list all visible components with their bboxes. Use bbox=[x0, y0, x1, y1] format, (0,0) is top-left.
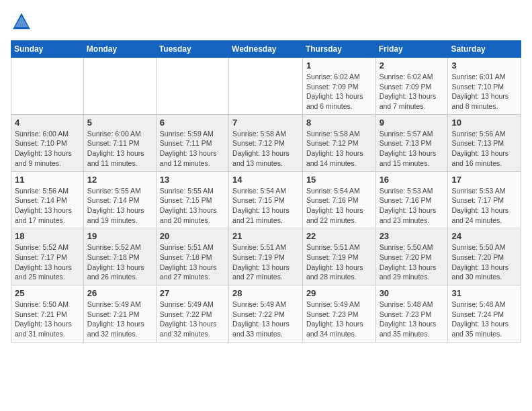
calendar-week-row: 4Sunrise: 6:00 AM Sunset: 7:10 PM Daylig… bbox=[11, 114, 521, 171]
calendar-cell: 28Sunrise: 5:49 AM Sunset: 7:22 PM Dayli… bbox=[229, 285, 303, 342]
calendar-cell bbox=[229, 58, 303, 115]
header-row: SundayMondayTuesdayWednesdayThursdayFrid… bbox=[11, 41, 521, 58]
calendar-cell: 1Sunrise: 6:02 AM Sunset: 7:09 PM Daylig… bbox=[302, 58, 375, 115]
day-of-week-header: Monday bbox=[83, 41, 156, 58]
day-number: 2 bbox=[380, 60, 445, 71]
calendar-cell: 29Sunrise: 5:49 AM Sunset: 7:23 PM Dayli… bbox=[302, 285, 375, 342]
day-info: Sunrise: 5:54 AM Sunset: 7:16 PM Dayligh… bbox=[306, 186, 372, 226]
day-info: Sunrise: 5:56 AM Sunset: 7:14 PM Dayligh… bbox=[15, 186, 80, 226]
day-info: Sunrise: 5:51 AM Sunset: 7:19 PM Dayligh… bbox=[306, 242, 372, 282]
day-info: Sunrise: 5:55 AM Sunset: 7:15 PM Dayligh… bbox=[160, 186, 225, 226]
calendar-cell: 2Sunrise: 6:02 AM Sunset: 7:09 PM Daylig… bbox=[375, 58, 448, 115]
day-info: Sunrise: 5:57 AM Sunset: 7:13 PM Dayligh… bbox=[380, 129, 445, 169]
calendar-cell: 23Sunrise: 5:50 AM Sunset: 7:20 PM Dayli… bbox=[375, 228, 448, 285]
day-number: 28 bbox=[232, 288, 299, 298]
day-of-week-header: Saturday bbox=[448, 41, 521, 58]
day-info: Sunrise: 6:00 AM Sunset: 7:11 PM Dayligh… bbox=[87, 129, 152, 169]
day-number: 18 bbox=[15, 231, 80, 241]
calendar-week-row: 1Sunrise: 6:02 AM Sunset: 7:09 PM Daylig… bbox=[11, 58, 521, 115]
calendar-cell: 20Sunrise: 5:51 AM Sunset: 7:18 PM Dayli… bbox=[156, 228, 228, 285]
calendar-cell: 7Sunrise: 5:58 AM Sunset: 7:12 PM Daylig… bbox=[229, 114, 303, 171]
day-info: Sunrise: 6:01 AM Sunset: 7:10 PM Dayligh… bbox=[451, 72, 517, 111]
day-number: 25 bbox=[15, 288, 80, 298]
calendar-cell: 11Sunrise: 5:56 AM Sunset: 7:14 PM Dayli… bbox=[11, 171, 84, 228]
calendar-cell: 9Sunrise: 5:57 AM Sunset: 7:13 PM Daylig… bbox=[375, 114, 448, 171]
day-info: Sunrise: 5:50 AM Sunset: 7:20 PM Dayligh… bbox=[380, 242, 445, 282]
day-number: 30 bbox=[380, 288, 445, 298]
day-number: 16 bbox=[380, 175, 445, 185]
day-number: 31 bbox=[451, 288, 517, 298]
calendar-cell: 30Sunrise: 5:48 AM Sunset: 7:23 PM Dayli… bbox=[375, 285, 448, 342]
calendar-table: SundayMondayTuesdayWednesdayThursdayFrid… bbox=[11, 40, 521, 342]
calendar-cell: 22Sunrise: 5:51 AM Sunset: 7:19 PM Dayli… bbox=[302, 228, 375, 285]
calendar-cell: 5Sunrise: 6:00 AM Sunset: 7:11 PM Daylig… bbox=[83, 114, 156, 171]
day-info: Sunrise: 6:02 AM Sunset: 7:09 PM Dayligh… bbox=[306, 72, 372, 111]
day-of-week-header: Sunday bbox=[11, 41, 84, 58]
day-of-week-header: Thursday bbox=[302, 41, 375, 58]
day-number: 3 bbox=[451, 60, 517, 71]
day-number: 19 bbox=[87, 231, 152, 241]
day-number: 21 bbox=[232, 231, 299, 241]
calendar-cell: 12Sunrise: 5:55 AM Sunset: 7:14 PM Dayli… bbox=[83, 171, 156, 228]
day-info: Sunrise: 5:56 AM Sunset: 7:13 PM Dayligh… bbox=[451, 129, 517, 169]
day-number: 4 bbox=[15, 118, 80, 128]
day-number: 23 bbox=[380, 231, 445, 241]
day-number: 8 bbox=[306, 118, 372, 128]
calendar-cell bbox=[83, 58, 156, 115]
day-info: Sunrise: 5:49 AM Sunset: 7:22 PM Dayligh… bbox=[160, 300, 225, 339]
day-number: 12 bbox=[87, 175, 152, 185]
day-number: 26 bbox=[87, 288, 152, 298]
calendar-cell: 24Sunrise: 5:50 AM Sunset: 7:20 PM Dayli… bbox=[448, 228, 521, 285]
day-info: Sunrise: 5:58 AM Sunset: 7:12 PM Dayligh… bbox=[306, 129, 372, 169]
calendar-cell: 27Sunrise: 5:49 AM Sunset: 7:22 PM Dayli… bbox=[156, 285, 228, 342]
day-info: Sunrise: 5:53 AM Sunset: 7:16 PM Dayligh… bbox=[380, 186, 445, 226]
day-info: Sunrise: 5:55 AM Sunset: 7:14 PM Dayligh… bbox=[87, 186, 152, 226]
day-info: Sunrise: 5:51 AM Sunset: 7:19 PM Dayligh… bbox=[232, 242, 299, 282]
calendar-cell: 25Sunrise: 5:50 AM Sunset: 7:21 PM Dayli… bbox=[11, 285, 84, 342]
logo bbox=[11, 11, 35, 32]
calendar-cell bbox=[11, 58, 84, 115]
day-number: 24 bbox=[451, 231, 517, 241]
day-number: 14 bbox=[232, 175, 299, 185]
calendar-cell: 6Sunrise: 5:59 AM Sunset: 7:11 PM Daylig… bbox=[156, 114, 228, 171]
day-info: Sunrise: 5:59 AM Sunset: 7:11 PM Dayligh… bbox=[160, 129, 225, 169]
calendar-cell: 31Sunrise: 5:48 AM Sunset: 7:24 PM Dayli… bbox=[448, 285, 521, 342]
day-number: 15 bbox=[306, 175, 372, 185]
day-number: 22 bbox=[306, 231, 372, 241]
day-number: 20 bbox=[160, 231, 225, 241]
day-number: 5 bbox=[87, 118, 152, 128]
calendar-cell bbox=[156, 58, 228, 115]
day-number: 13 bbox=[160, 175, 225, 185]
calendar-cell: 16Sunrise: 5:53 AM Sunset: 7:16 PM Dayli… bbox=[375, 171, 448, 228]
day-number: 29 bbox=[306, 288, 372, 298]
day-number: 10 bbox=[451, 118, 517, 128]
day-number: 7 bbox=[232, 118, 299, 128]
calendar-cell: 26Sunrise: 5:49 AM Sunset: 7:21 PM Dayli… bbox=[83, 285, 156, 342]
day-of-week-header: Wednesday bbox=[229, 41, 303, 58]
day-number: 9 bbox=[380, 118, 445, 128]
day-info: Sunrise: 5:49 AM Sunset: 7:23 PM Dayligh… bbox=[306, 300, 372, 339]
day-number: 1 bbox=[306, 60, 372, 71]
day-info: Sunrise: 5:58 AM Sunset: 7:12 PM Dayligh… bbox=[232, 129, 299, 169]
calendar-cell: 18Sunrise: 5:52 AM Sunset: 7:17 PM Dayli… bbox=[11, 228, 84, 285]
calendar-cell: 10Sunrise: 5:56 AM Sunset: 7:13 PM Dayli… bbox=[448, 114, 521, 171]
calendar-week-row: 18Sunrise: 5:52 AM Sunset: 7:17 PM Dayli… bbox=[11, 228, 521, 285]
day-info: Sunrise: 5:48 AM Sunset: 7:23 PM Dayligh… bbox=[380, 300, 445, 339]
day-info: Sunrise: 5:50 AM Sunset: 7:21 PM Dayligh… bbox=[15, 300, 80, 339]
day-of-week-header: Tuesday bbox=[156, 41, 228, 58]
calendar-cell: 17Sunrise: 5:53 AM Sunset: 7:17 PM Dayli… bbox=[448, 171, 521, 228]
calendar-cell: 8Sunrise: 5:58 AM Sunset: 7:12 PM Daylig… bbox=[302, 114, 375, 171]
calendar-cell: 3Sunrise: 6:01 AM Sunset: 7:10 PM Daylig… bbox=[448, 58, 521, 115]
day-number: 11 bbox=[15, 175, 80, 185]
day-number: 17 bbox=[451, 175, 517, 185]
calendar-week-row: 11Sunrise: 5:56 AM Sunset: 7:14 PM Dayli… bbox=[11, 171, 521, 228]
calendar-cell: 4Sunrise: 6:00 AM Sunset: 7:10 PM Daylig… bbox=[11, 114, 84, 171]
day-info: Sunrise: 5:49 AM Sunset: 7:22 PM Dayligh… bbox=[232, 300, 299, 339]
day-info: Sunrise: 5:52 AM Sunset: 7:18 PM Dayligh… bbox=[87, 242, 152, 282]
day-info: Sunrise: 5:51 AM Sunset: 7:18 PM Dayligh… bbox=[160, 242, 225, 282]
day-of-week-header: Friday bbox=[375, 41, 448, 58]
calendar-cell: 15Sunrise: 5:54 AM Sunset: 7:16 PM Dayli… bbox=[302, 171, 375, 228]
day-info: Sunrise: 5:54 AM Sunset: 7:15 PM Dayligh… bbox=[232, 186, 299, 226]
day-info: Sunrise: 5:53 AM Sunset: 7:17 PM Dayligh… bbox=[451, 186, 517, 226]
calendar-header: SundayMondayTuesdayWednesdayThursdayFrid… bbox=[11, 41, 521, 58]
